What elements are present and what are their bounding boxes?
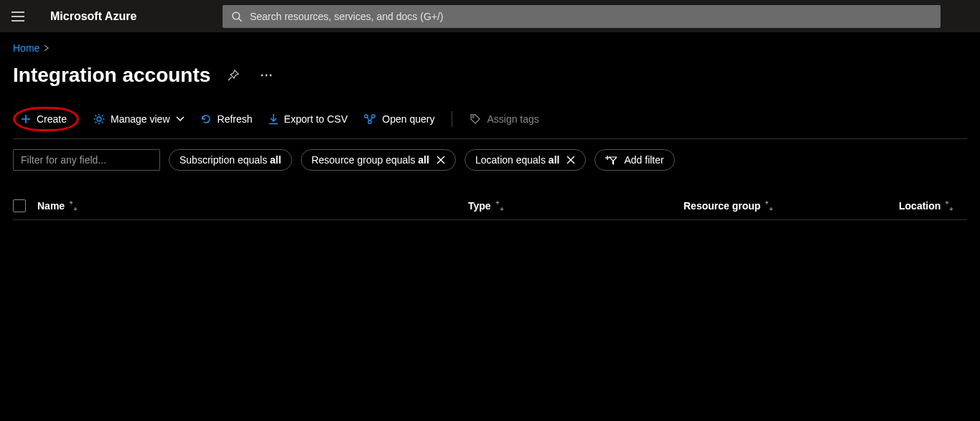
svg-line-25 <box>368 118 370 121</box>
command-toolbar: Create Manage view <box>13 107 967 139</box>
open-query-button[interactable]: Open query <box>362 110 436 128</box>
ellipsis-icon <box>261 74 272 77</box>
column-header-resource-group[interactable]: Resource group <box>683 200 899 212</box>
svg-line-17 <box>102 122 103 123</box>
filter-row: Subscription equals all Resource group e… <box>13 149 967 171</box>
refresh-button[interactable]: Refresh <box>199 110 254 128</box>
hamburger-icon <box>11 11 24 22</box>
svg-point-7 <box>266 75 268 77</box>
export-csv-button[interactable]: Export to CSV <box>267 110 350 128</box>
manage-view-button[interactable]: Manage view <box>92 110 186 128</box>
select-all-checkbox[interactable] <box>13 199 26 212</box>
sort-icon <box>765 201 773 211</box>
results-table-header: Name Type Resource group Location <box>13 199 967 220</box>
global-search[interactable] <box>223 5 941 28</box>
refresh-icon <box>200 113 212 125</box>
svg-point-8 <box>270 75 272 77</box>
create-label: Create <box>37 113 67 125</box>
assign-tags-button: Assign tags <box>468 110 540 128</box>
svg-line-5 <box>228 77 232 81</box>
close-icon <box>566 156 575 164</box>
column-header-name[interactable]: Name <box>37 200 468 212</box>
filter-pill-location-label: Location equals all <box>475 154 560 166</box>
plus-icon <box>21 114 31 124</box>
download-icon <box>269 113 279 125</box>
chevron-right-icon <box>44 44 50 52</box>
filter-pill-location[interactable]: Location equals all <box>465 149 587 171</box>
chevron-down-icon <box>176 116 185 122</box>
column-header-location[interactable]: Location <box>899 200 967 212</box>
svg-point-3 <box>233 12 240 19</box>
column-header-type[interactable]: Type <box>468 200 683 212</box>
hamburger-menu-button[interactable] <box>7 6 29 27</box>
tag-icon <box>470 113 481 125</box>
svg-point-11 <box>97 117 101 121</box>
add-filter-button[interactable]: Add filter <box>594 149 674 171</box>
title-row: Integration accounts <box>13 64 967 87</box>
breadcrumb-home[interactable]: Home <box>13 42 39 54</box>
create-button-highlight: Create <box>13 107 79 131</box>
svg-line-26 <box>370 118 373 121</box>
column-header-resource-group-label: Resource group <box>683 200 760 212</box>
toolbar-separator <box>452 111 452 127</box>
manage-view-label: Manage view <box>111 113 170 125</box>
search-icon <box>231 11 243 22</box>
sort-icon <box>495 201 504 211</box>
export-csv-label: Export to CSV <box>284 113 348 125</box>
gear-icon <box>93 113 105 125</box>
svg-line-19 <box>102 115 103 117</box>
select-all-cell <box>13 199 37 212</box>
add-filter-label: Add filter <box>624 154 663 166</box>
top-bar: Microsoft Azure <box>0 0 980 32</box>
query-icon <box>363 113 376 125</box>
svg-line-16 <box>95 115 97 117</box>
filter-pill-subscription-label: Subscription equals all <box>179 154 281 166</box>
refresh-label: Refresh <box>218 113 253 125</box>
breadcrumb: Home <box>13 42 967 54</box>
filter-pill-resource-group[interactable]: Resource group equals all <box>301 149 456 171</box>
svg-line-18 <box>95 122 97 123</box>
sort-icon <box>69 201 78 211</box>
filter-pill-location-remove[interactable] <box>566 156 575 164</box>
create-button[interactable]: Create <box>19 110 68 128</box>
svg-point-6 <box>261 75 263 77</box>
open-query-label: Open query <box>382 113 434 125</box>
svg-point-24 <box>368 120 371 123</box>
svg-point-27 <box>472 116 474 118</box>
page-title: Integration accounts <box>13 64 210 87</box>
filter-add-icon <box>605 155 617 165</box>
global-search-input[interactable] <box>250 11 932 22</box>
sort-icon <box>945 201 953 211</box>
svg-line-4 <box>239 18 242 21</box>
filter-pill-resource-group-remove[interactable] <box>437 156 445 164</box>
filter-pill-resource-group-label: Resource group equals all <box>312 154 429 166</box>
close-icon <box>437 156 445 164</box>
filter-pill-subscription[interactable]: Subscription equals all <box>169 149 292 171</box>
more-button[interactable] <box>256 65 276 85</box>
column-header-location-label: Location <box>899 200 941 212</box>
assign-tags-label: Assign tags <box>487 113 538 125</box>
column-header-name-label: Name <box>37 200 65 212</box>
pin-icon <box>228 70 239 81</box>
filter-field-input[interactable] <box>13 149 160 171</box>
brand-label[interactable]: Microsoft Azure <box>50 10 136 23</box>
pin-button[interactable] <box>223 65 243 85</box>
column-header-type-label: Type <box>468 200 491 212</box>
